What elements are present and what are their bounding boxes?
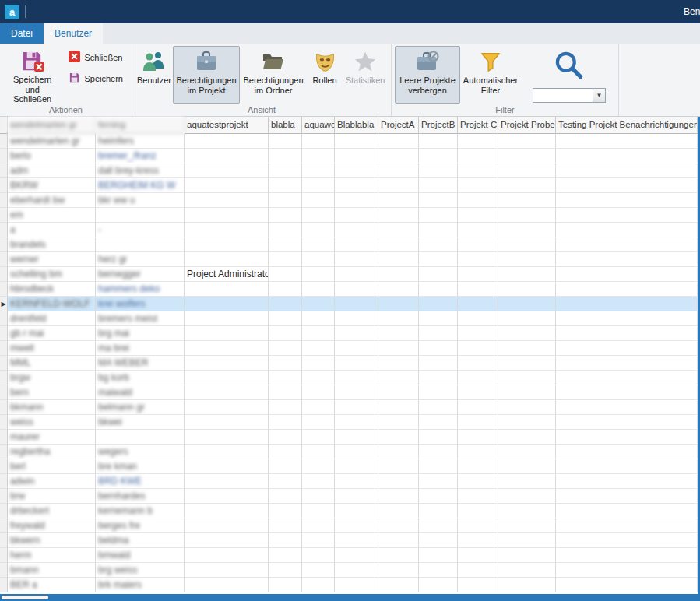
grid-cell-p7[interactable]: [458, 163, 498, 178]
grid-cell-c2[interactable]: herz gr: [96, 252, 185, 267]
grid-cell-p4[interactable]: [335, 489, 378, 504]
grid-cell-p7[interactable]: [458, 445, 498, 459]
grid-row[interactable]: drbeckertkernemann b: [0, 504, 698, 518]
grid-cell-c1[interactable]: bkmann: [8, 400, 96, 415]
grid-cell-p5[interactable]: [378, 178, 419, 193]
grid-row[interactable]: ▶KERNFELD-WOLFkrei wolfers: [0, 297, 698, 311]
grid-cell-p8[interactable]: [498, 297, 556, 311]
grid-cell-p9[interactable]: [556, 163, 698, 178]
grid-cell-p3[interactable]: [302, 267, 335, 282]
grid-cell-p4[interactable]: [335, 430, 378, 445]
grid-cell-c1[interactable]: hbrodbeck: [8, 282, 96, 297]
grid-cell-c2[interactable]: kernemann b: [96, 504, 185, 518]
grid-cell-p2[interactable]: [269, 459, 302, 474]
grid-cell-p4[interactable]: [335, 474, 378, 489]
grid-cell-p7[interactable]: [458, 237, 498, 252]
grid-cell-p8[interactable]: [498, 311, 556, 326]
grid-cell-p7[interactable]: [458, 208, 498, 223]
grid-cell-p1[interactable]: [185, 341, 269, 356]
grid-cell-p5[interactable]: [378, 459, 419, 474]
grid-cell-p5[interactable]: [378, 163, 419, 178]
grid-cell-c2[interactable]: dall brey-kress: [96, 163, 185, 178]
grid-cell-p6[interactable]: [419, 163, 458, 178]
grid-cell-p1[interactable]: [185, 163, 269, 178]
grid-cell-c1[interactable]: brandels: [8, 237, 96, 252]
grid-cell-p9[interactable]: [556, 356, 698, 371]
grid-cell-c1[interactable]: bkwern: [8, 533, 96, 548]
grid-row[interactable]: freywaldberges fre: [0, 518, 698, 533]
grid-cell-p8[interactable]: [498, 430, 556, 445]
grid-cell-p6[interactable]: [419, 504, 458, 518]
grid-cell-p5[interactable]: [378, 474, 419, 489]
grid-cell-p5[interactable]: [378, 518, 419, 533]
grid-cell-p4[interactable]: [335, 385, 378, 400]
grid-cell-p9[interactable]: [556, 415, 698, 430]
grid-cell-p2[interactable]: [269, 252, 302, 267]
grid-cell-p8[interactable]: [498, 385, 556, 400]
grid-cell-p3[interactable]: [302, 311, 335, 326]
grid-cell-p2[interactable]: [269, 282, 302, 297]
grid-cell-c1[interactable]: wendelmarten gr: [8, 134, 96, 149]
grid-cell-p2[interactable]: [269, 533, 302, 548]
grid-cell-p5[interactable]: [378, 252, 419, 267]
grid-cell-p8[interactable]: [498, 474, 556, 489]
search-dropdown-button[interactable]: ▼: [593, 89, 605, 102]
grid-cell-p2[interactable]: [269, 326, 302, 341]
grid-cell-p5[interactable]: [378, 548, 419, 563]
grid-cell-p7[interactable]: [458, 311, 498, 326]
grid-cell-p3[interactable]: [302, 134, 335, 149]
grid-cell-c2[interactable]: krei wolfers: [96, 297, 185, 311]
grid-cell-p4[interactable]: [335, 504, 378, 518]
grid-cell-p9[interactable]: [556, 223, 698, 237]
grid-cell-p3[interactable]: [302, 163, 335, 178]
grid-cell-p4[interactable]: [335, 208, 378, 223]
grid-cell-c1[interactable]: em: [8, 208, 96, 223]
grid-cell-p5[interactable]: [378, 341, 419, 356]
grid-cell-p3[interactable]: [302, 297, 335, 311]
grid-cell-p1[interactable]: Project Administrator: [185, 267, 269, 282]
grid-cell-p2[interactable]: [269, 548, 302, 563]
grid-cell-p2[interactable]: [269, 341, 302, 356]
grid-cell-p3[interactable]: [302, 356, 335, 371]
grid-cell-p9[interactable]: [556, 134, 698, 149]
grid-cell-p8[interactable]: [498, 149, 556, 163]
grid-cell-p7[interactable]: [458, 578, 498, 592]
grid-cell-p8[interactable]: [498, 371, 556, 385]
grid-cell-p3[interactable]: [302, 548, 335, 563]
grid-cell-p8[interactable]: [498, 237, 556, 252]
grid-cell-c2[interactable]: BRD KWE: [96, 474, 185, 489]
permissions-in-folder-button[interactable]: Berechtigungen im Ordner: [240, 46, 307, 104]
grid-cell-p1[interactable]: [185, 326, 269, 341]
grid-cell-p1[interactable]: [185, 149, 269, 163]
grid-cell-p7[interactable]: [458, 385, 498, 400]
grid-cell-p6[interactable]: [419, 371, 458, 385]
grid-cell-p7[interactable]: [458, 149, 498, 163]
grid-row[interactable]: brandels: [0, 237, 698, 252]
grid-cell-p2[interactable]: [269, 563, 302, 578]
grid-cell-p5[interactable]: [378, 311, 419, 326]
grid-cell-p9[interactable]: [556, 193, 698, 208]
grid-cell-p7[interactable]: [458, 252, 498, 267]
grid-cell-p5[interactable]: [378, 237, 419, 252]
grid-cell-p3[interactable]: [302, 341, 335, 356]
grid-cell-c2[interactable]: maiwald: [96, 385, 185, 400]
grid-cell-p7[interactable]: [458, 134, 498, 149]
grid-cell-p4[interactable]: [335, 282, 378, 297]
grid-cell-p2[interactable]: [269, 297, 302, 311]
grid-cell-p7[interactable]: [458, 548, 498, 563]
grid-cell-p8[interactable]: [498, 400, 556, 415]
column-header-c2[interactable]: ferning: [96, 117, 185, 134]
grid-cell-p6[interactable]: [419, 400, 458, 415]
grid-cell-p2[interactable]: [269, 237, 302, 252]
auto-filter-button[interactable]: Automatischer Filter: [460, 46, 521, 104]
grid-cell-c1[interactable]: a: [8, 223, 96, 237]
grid-cell-p5[interactable]: [378, 297, 419, 311]
grid-cell-p6[interactable]: [419, 578, 458, 592]
grid-cell-p3[interactable]: [302, 459, 335, 474]
grid-cell-p5[interactable]: [378, 504, 419, 518]
rollen-button[interactable]: Rollen: [307, 46, 343, 104]
grid-cell-p2[interactable]: [269, 208, 302, 223]
grid-cell-p3[interactable]: [302, 252, 335, 267]
grid-cell-p1[interactable]: [185, 445, 269, 459]
grid-row[interactable]: weissbkwei: [0, 415, 698, 430]
